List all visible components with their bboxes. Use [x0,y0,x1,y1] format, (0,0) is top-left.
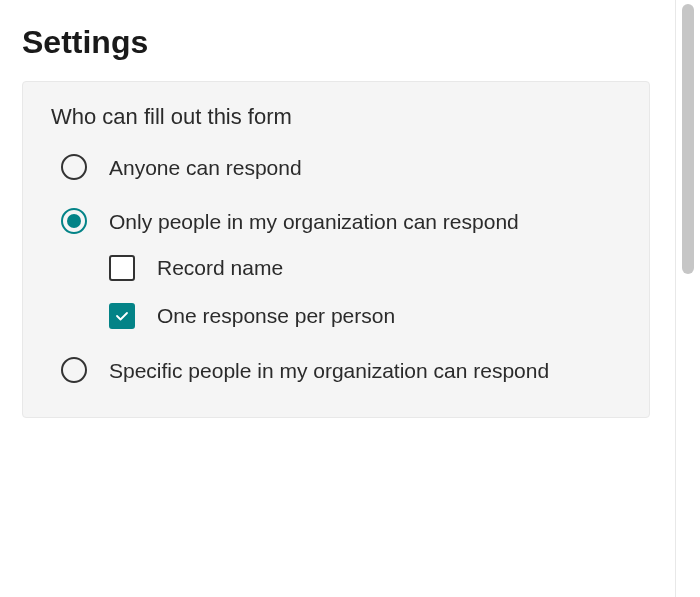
radio-option-specific[interactable]: Specific people in my organization can r… [51,355,621,387]
radio-option-anyone[interactable]: Anyone can respond [51,152,621,184]
page-title: Settings [22,24,650,61]
radio-label-specific: Specific people in my organization can r… [109,355,569,387]
radio-label-organization: Only people in my organization can respo… [109,206,539,238]
checkmark-icon [114,308,130,324]
who-can-fill-out-panel: Who can fill out this form Anyone can re… [22,81,650,418]
radio-icon [61,154,87,180]
checkbox-option-record-name[interactable]: Record name [109,255,621,281]
checkbox-icon-checked [109,303,135,329]
radio-icon [61,357,87,383]
checkbox-label-record-name: Record name [157,256,283,280]
organization-sub-options: Record name One response per person [109,255,621,329]
scrollbar-thumb[interactable] [682,4,694,274]
radio-icon-selected [61,208,87,234]
checkbox-icon-unchecked [109,255,135,281]
settings-content: Settings Who can fill out this form Anyo… [0,0,672,442]
radio-label-anyone: Anyone can respond [109,152,322,184]
checkbox-label-one-response: One response per person [157,304,395,328]
scrollbar-track[interactable] [675,0,700,597]
checkbox-option-one-response[interactable]: One response per person [109,303,621,329]
panel-heading: Who can fill out this form [51,104,621,130]
radio-option-organization[interactable]: Only people in my organization can respo… [51,206,621,238]
